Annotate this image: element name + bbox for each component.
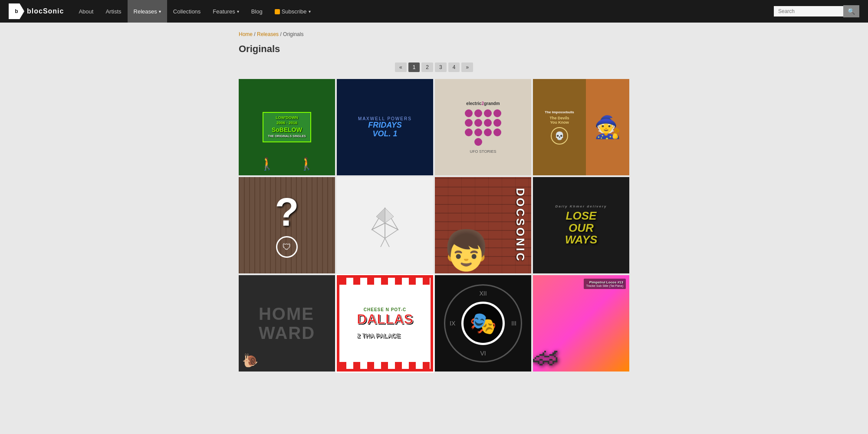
album-grid: LOW'DOWN2006 - 2016SoBELOWTHE ORIGINALS … [239,79,629,372]
page-title: Originals [239,43,629,55]
album-item-11[interactable]: XII III VI IX 🎭 [435,275,531,372]
logo-icon: b [9,3,24,19]
page-1[interactable]: 1 [408,62,420,72]
content-area: Home / Releases / Originals Originals « … [239,23,629,380]
breadcrumb-current: Originals [283,31,303,37]
pagination: « 1 2 3 4 » [239,62,629,72]
page-4[interactable]: 4 [448,62,460,72]
page-2[interactable]: 2 [421,62,433,72]
album-item-2[interactable]: MAXWELL POWERS FRIDAYSVOL. 1 [337,79,433,175]
main-nav: b blocSonic About Artists Releases ▾ Col… [0,0,868,23]
breadcrumb: Home / Releases / Originals [239,31,629,37]
nav-items: About Artists Releases ▾ Collections Fea… [72,0,774,23]
features-caret: ▾ [237,9,239,14]
page-next[interactable]: » [461,62,473,72]
breadcrumb-releases[interactable]: Releases [257,31,279,37]
rss-icon [275,9,280,14]
nav-item-collections[interactable]: Collections [167,0,207,23]
search-form: 🔍 [774,5,859,17]
page-prev[interactable]: « [395,62,407,72]
album-item-9[interactable]: HOMEWARD 🐌 [239,275,335,372]
svg-marker-1 [385,223,398,238]
album-item-6[interactable] [337,177,433,273]
album-item-4[interactable]: The Impossebulls The DevilsYou Know 💀 🧙 [533,79,629,175]
site-logo[interactable]: b blocSonic [9,3,64,19]
search-button[interactable]: 🔍 [843,5,859,17]
releases-caret: ▾ [159,9,161,14]
nav-item-features[interactable]: Features ▾ [207,0,245,23]
nav-item-subscribe[interactable]: Subscribe ▾ [269,0,317,23]
breadcrumb-home[interactable]: Home [239,31,253,37]
main-content: Home / Releases / Originals Originals « … [0,23,868,434]
page-3[interactable]: 3 [435,62,447,72]
nav-item-artists[interactable]: Artists [99,0,127,23]
origami-crane-icon [359,199,411,251]
search-input[interactable] [774,6,843,16]
nav-item-blog[interactable]: Blog [245,0,269,23]
svg-line-6 [385,238,389,247]
nav-item-releases[interactable]: Releases ▾ [128,0,167,23]
svg-marker-2 [372,223,385,238]
album-item-1[interactable]: LOW'DOWN2006 - 2016SoBELOWTHE ORIGINALS … [239,79,335,175]
logo-text: blocSonic [27,7,64,15]
album-item-10[interactable]: CHEESE N POT-C DALLAS2 THA PALACE [337,275,433,372]
album-item-7[interactable]: 👦 DOCSONIC [435,177,531,273]
album-item-3[interactable]: electric2grandm [435,79,531,175]
album-item-5[interactable]: ? 🛡 [239,177,335,273]
nav-item-about[interactable]: About [72,0,99,23]
svg-line-5 [381,238,385,247]
album-item-8[interactable]: Daily Khmer delivery LOSEOURWAYS [533,177,629,273]
album-item-12[interactable]: 🏎 Pimpstrul Locos #13 Tracke Sub Stile (… [533,275,629,372]
subscribe-caret: ▾ [309,9,311,14]
